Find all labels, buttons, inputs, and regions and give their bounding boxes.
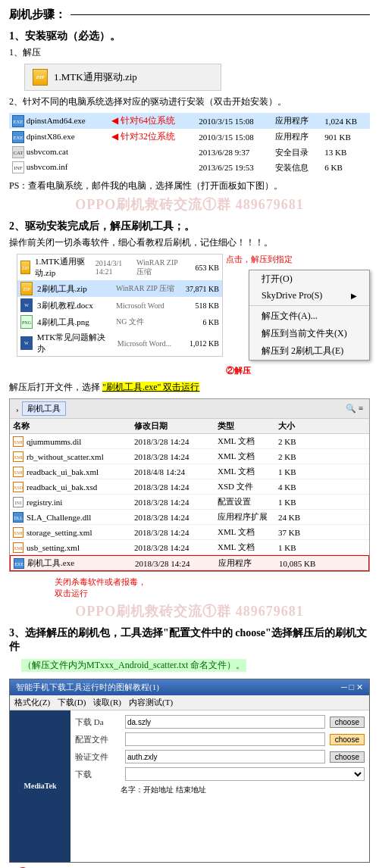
step2-label-text: 2、驱动安装完成后，解压刷机工具；。 — [9, 220, 195, 232]
file-type: 安装信息 — [272, 160, 321, 175]
click-annotation: 点击，解压到指定 — [226, 254, 370, 265]
step2-label: 2、驱动安装完成后，解压刷机工具；。 — [9, 220, 370, 233]
filename: qjummumms.dil — [27, 437, 81, 446]
file-size: 24 KB — [278, 513, 316, 522]
file-date: 2018/3/28 14:24 — [134, 543, 218, 552]
filename: storage_setting.xml — [27, 528, 92, 537]
filename: MTK常见问题解决办 — [37, 332, 113, 354]
file-date: 2014/3/1 14:21 — [96, 259, 132, 276]
extract-instruction: 解压后打开文件，选择 "刷机工具.exe" 双击运行 — [9, 381, 370, 394]
flash-choose-da[interactable]: choose — [330, 717, 365, 728]
filename: 4刷机工具.png — [37, 317, 89, 328]
context-menu: 点击，解压到指定 打开(O) SkyDrive Pro(S) ▶ 解压文件(A)… — [226, 254, 370, 376]
file-date: 2018/4/8 14:24 — [134, 467, 218, 476]
flash-row-download: 下载 — [75, 767, 365, 781]
step1-label-text: 1、安装驱动（必选）。 — [9, 30, 121, 42]
context-menu-item-extract-to[interactable]: 解压到 2刷机工具(E) — [249, 342, 369, 360]
explorer-header: › 刷机工具 🔍 ≡ — [10, 399, 369, 419]
table-row: XML readback_ui_bak.xml 2018/4/8 14:24 X… — [10, 464, 369, 479]
table-row: INI registry.ini 2018/3/28 14:24 配置设置 1 … — [10, 495, 369, 510]
flash-app-body: MediaTek 下载 Da choose 配置文件 choose — [10, 710, 369, 862]
exe-icon: EXE — [12, 131, 24, 143]
menu-item-test[interactable]: 内容测试(T) — [129, 697, 173, 708]
file-size: 37 KB — [278, 528, 316, 537]
word-icon: W — [20, 336, 33, 350]
step1-section: 1、安装驱动（必选）。 1、解压 ZIP 1.MTK通用驱动.zip 2、针对不… — [9, 30, 370, 214]
menu-item-label: 解压到 2刷机工具(E) — [262, 345, 343, 358]
xsd-icon: XSD — [13, 482, 23, 492]
table-row: CAT usbvcom.cat 2013/6/28 9:37 安全目录 13 K… — [9, 145, 370, 160]
file-type: 应用程序 — [272, 113, 321, 129]
context-menu-box: 打开(O) SkyDrive Pro(S) ▶ 解压文件(A)... 解压到当前… — [249, 270, 370, 361]
mediatek-logo: MediaTek — [24, 781, 57, 792]
menu-divider — [249, 305, 369, 306]
filename: 1.MTK通用驱动.zip — [35, 256, 91, 279]
col-size: 大小 — [278, 420, 316, 432]
table-row: EXE dpinstAmd64.exe ◀ 针对64位系统 2010/3/15 … — [9, 113, 370, 129]
file-date: 2010/3/15 15:08 — [196, 129, 272, 145]
file-date: 2013/6/28 9:37 — [196, 145, 272, 160]
zip-file-list: ZIP 1.MTK通用驱动.zip 2014/3/1 14:21 WinRAR … — [17, 254, 223, 357]
flash-choose-auth[interactable]: choose — [330, 751, 365, 763]
file-size: 518 KB — [181, 301, 219, 310]
flash-row-da: 下载 Da choose — [75, 715, 365, 729]
flash-input-da[interactable] — [125, 715, 325, 729]
word-icon: W — [20, 298, 33, 312]
flash-table-header: 名字：开始地址 结束地址 — [75, 785, 365, 795]
context-menu-item-skydrive[interactable]: SkyDrive Pro(S) ▶ — [249, 288, 369, 304]
filename: usb_setting.xml — [27, 543, 80, 552]
flash-input-config[interactable] — [125, 732, 325, 746]
file-explorer: › 刷机工具 🔍 ≡ 名称 修改日期 类型 大小 XML qjummumms.d… — [9, 398, 370, 572]
flash-main: 下载 Da choose 配置文件 choose 验证文件 choose — [70, 710, 369, 862]
context-menu-item-extract-here[interactable]: 解压到当前文件夹(X) — [249, 325, 369, 342]
context-menu-item-extract-a[interactable]: 解压文件(A)... — [249, 308, 369, 325]
file-icon-cell: EXE dpinstAmd64.exe — [9, 113, 108, 129]
ps-note: PS：查看电脑系统，邮件我的电脑，选择属性（打开面板如下图）。 — [9, 180, 370, 192]
list-item: PNG 4刷机工具.png NG 文件 6 KB — [17, 314, 222, 330]
table-row: XML rb_without_scatter.xml 2018/3/28 14:… — [10, 449, 369, 464]
flash-sidebar: MediaTek — [10, 710, 70, 862]
xml-icon: XML — [13, 467, 23, 477]
menu-item-label: SkyDrive Pro(S) — [262, 290, 322, 301]
file-type: Microsoft Word... — [117, 339, 177, 348]
table-row: XML storage_setting.xml 2018/3/28 14:24 … — [10, 525, 369, 540]
menu-item-format[interactable]: 格式化(Z) — [14, 697, 50, 708]
flash-choose-config[interactable]: choose — [330, 734, 365, 745]
menu-item-label: 打开(O) — [262, 273, 293, 286]
step1-sub2-text: 2、针对不同的电脑系统选择对应的驱动进行安装（双击开始安装）。 — [9, 96, 287, 107]
watermark2: OPPO刷机救砖交流①群 489679681 — [9, 602, 370, 620]
step2-note: 操作前关闭一切杀毒软件，细心看教程后刷机，记住细心！！！。 — [9, 236, 370, 249]
file-date: 2013/6/25 19:53 — [196, 160, 272, 175]
file-type: XML 文档 — [218, 542, 278, 553]
table-row: EXE dpinstX86.exe ◀ 针对32位系统 2010/3/15 15… — [9, 129, 370, 145]
dll-icon: DLL — [13, 512, 23, 523]
file-size: 37,871 KB — [181, 285, 219, 293]
menu-item-label: 解压文件(A)... — [262, 310, 318, 323]
step1-sub1-text: 1、解压 — [9, 47, 41, 58]
menu-item-download[interactable]: 下载(D) — [58, 697, 86, 708]
step1-sub2: 2、针对不同的电脑系统选择对应的驱动进行安装（双击开始安装）。 — [9, 95, 370, 108]
context-menu-item-open[interactable]: 打开(O) — [249, 270, 369, 288]
file-date: 2018/3/28 14:24 — [134, 452, 218, 461]
col-type: 类型 — [218, 420, 278, 432]
file-date: 2018/3/28 14:24 — [134, 482, 218, 492]
list-item[interactable]: ZIP 2刷机工具.zip WinRAR ZIP 压缩 37,871 KB — [17, 280, 222, 297]
step3-section: 3、选择解压的刷机包，工具选择"配置文件中的 choose"选择解压后的刷机文件… — [9, 626, 370, 868]
title-text: 刷机步骤： — [9, 8, 66, 22]
file-size: 2 KB — [278, 437, 316, 446]
table-row-exe[interactable]: EXE 刷机工具.exe 2018/3/28 14:24 应用程序 10,085… — [10, 555, 369, 571]
flash-app-title: 智能手机下载工具运行时的图解教程(1) — [16, 682, 159, 693]
xml-icon: XML — [13, 527, 23, 538]
filename: 3刷机教程.docx — [37, 300, 93, 311]
flash-label-config: 配置文件 — [75, 734, 121, 745]
table-header-text: 名字：开始地址 结束地址 — [121, 785, 206, 795]
flash-app-menubar: 格式化(Z) 下载(D) 读取(R) 内容测试(T) — [10, 695, 369, 710]
col-name: 名称 — [13, 420, 134, 432]
flash-dropdown-download[interactable] — [125, 767, 365, 781]
table-row: XSD readback_ui_bak.xsd 2018/3/28 14:24 … — [10, 479, 369, 495]
menu-item-read[interactable]: 读取(R) — [93, 697, 121, 708]
explorer-col-header: 名称 修改日期 类型 大小 — [10, 419, 369, 434]
file-type: 应用程序 — [218, 557, 279, 569]
flash-input-auth[interactable] — [125, 750, 325, 763]
step1-sub1: 1、解压 — [9, 46, 370, 59]
